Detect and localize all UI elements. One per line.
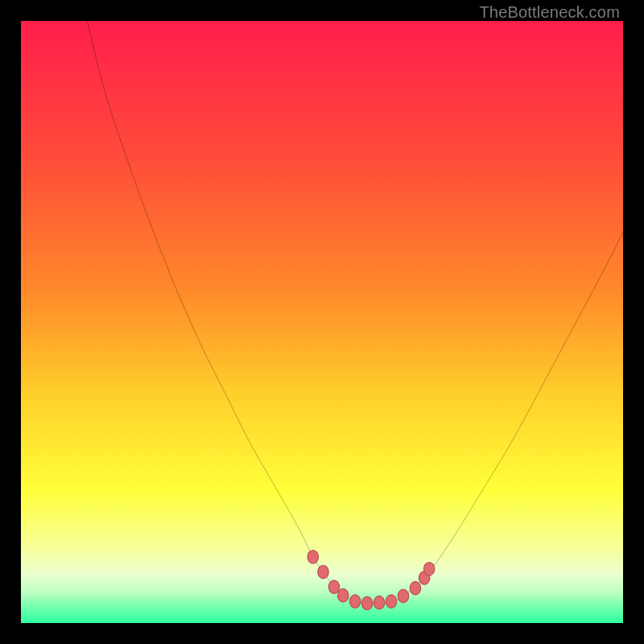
curve-marker xyxy=(410,581,420,594)
bottleneck-chart xyxy=(21,21,623,623)
curve-marker xyxy=(318,565,328,578)
curve-marker xyxy=(386,595,396,608)
curve-marker xyxy=(374,596,384,609)
watermark-label: TheBottleneck.com xyxy=(479,3,620,22)
curve-marker xyxy=(349,595,360,608)
curve-marker xyxy=(328,580,339,593)
bottleneck-curve xyxy=(21,21,623,623)
curve-marker xyxy=(308,550,318,563)
curve-marker xyxy=(361,597,372,609)
curve-marker xyxy=(423,562,434,575)
curve-marker xyxy=(398,589,408,602)
curve-marker xyxy=(337,588,348,601)
